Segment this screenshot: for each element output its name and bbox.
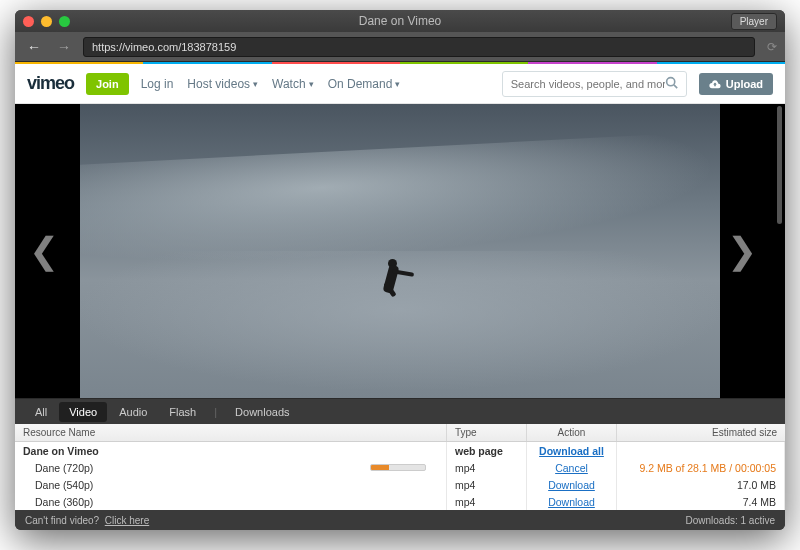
svg-point-0 (666, 77, 674, 85)
forward-button[interactable]: → (53, 39, 75, 55)
nav-link-log-in[interactable]: Log in (141, 77, 174, 91)
titlebar: Dane on Vimeo Player (15, 10, 785, 32)
tab-all[interactable]: All (25, 402, 57, 422)
group-type: web page (447, 442, 527, 459)
resource-action[interactable]: Download (527, 493, 617, 510)
resource-name: Dane (360p) (15, 493, 447, 510)
player-button[interactable]: Player (731, 13, 777, 30)
search-input[interactable] (511, 78, 665, 90)
scroll-thumb[interactable] (777, 106, 782, 224)
video-area: ❮ ❯ (15, 104, 785, 398)
table-row: Dane (540p)mp4Download17.0 MB (15, 476, 785, 493)
group-size (617, 442, 785, 459)
resource-action[interactable]: Cancel (527, 459, 617, 476)
resource-type: mp4 (447, 476, 527, 493)
resource-size: 17.0 MB (617, 476, 785, 493)
col-header-size[interactable]: Estimated size (617, 424, 785, 441)
footer-downloads: Downloads: 1 active (686, 515, 776, 526)
table-row: Dane (720p)mp4Cancel9.2 MB of 28.1 MB / … (15, 459, 785, 476)
url-bar[interactable]: https://vimeo.com/183878159 (83, 37, 755, 57)
browser-toolbar: ← → https://vimeo.com/183878159 ⟳ (15, 32, 785, 62)
chevron-down-icon: ▾ (309, 79, 314, 89)
scrollbar (776, 104, 783, 398)
table-group-row: Dane on Vimeo web page Download all (15, 442, 785, 459)
tab-separator: | (214, 406, 217, 418)
tab-video[interactable]: Video (59, 402, 107, 422)
progress-bar (370, 464, 426, 471)
tab-audio[interactable]: Audio (109, 402, 157, 422)
zoom-icon[interactable] (59, 16, 70, 27)
col-header-name[interactable]: Resource Name (15, 424, 447, 441)
resource-tabs: AllVideoAudioFlash | Downloads (15, 398, 785, 424)
reload-button[interactable]: ⟳ (767, 40, 777, 54)
resource-size: 7.4 MB (617, 493, 785, 510)
cloud-upload-icon (709, 78, 721, 90)
site-header: vimeo Join Log inHost videos▾Watch▾On De… (15, 64, 785, 104)
resource-size: 9.2 MB of 28.1 MB / 00:00:05 (617, 459, 785, 476)
resource-name: Dane (720p) (15, 459, 447, 476)
resource-name: Dane (540p) (15, 476, 447, 493)
resource-type: mp4 (447, 459, 527, 476)
prev-video-button[interactable]: ❮ (21, 230, 67, 272)
next-video-button[interactable]: ❯ (719, 230, 765, 272)
tab-flash[interactable]: Flash (159, 402, 206, 422)
app-window: Dane on Vimeo Player ← → https://vimeo.c… (15, 10, 785, 530)
search-icon[interactable] (665, 76, 678, 92)
click-here-link[interactable]: Click here (105, 515, 149, 526)
tab-downloads[interactable]: Downloads (225, 402, 299, 422)
resource-action[interactable]: Download (527, 476, 617, 493)
nav-link-on-demand[interactable]: On Demand▾ (328, 77, 401, 91)
traffic-lights (23, 16, 70, 27)
video-player[interactable] (80, 104, 720, 398)
upload-label: Upload (726, 78, 763, 90)
footer-left: Can't find video? Click here (25, 515, 149, 526)
table-header: Resource Name Type Action Estimated size (15, 424, 785, 442)
chevron-down-icon: ▾ (395, 79, 400, 89)
close-icon[interactable] (23, 16, 34, 27)
table-row: Dane (360p)mp4Download7.4 MB (15, 493, 785, 510)
nav-link-host-videos[interactable]: Host videos▾ (187, 77, 258, 91)
group-title: Dane on Vimeo (15, 442, 447, 459)
svg-line-1 (674, 84, 677, 87)
nav-link-watch[interactable]: Watch▾ (272, 77, 314, 91)
minimize-icon[interactable] (41, 16, 52, 27)
nav-links: Log inHost videos▾Watch▾On Demand▾ (141, 77, 401, 91)
download-all-link[interactable]: Download all (527, 442, 617, 459)
resource-table: Resource Name Type Action Estimated size… (15, 424, 785, 510)
surfer-graphic (374, 257, 414, 317)
status-footer: Can't find video? Click here Downloads: … (15, 510, 785, 530)
back-button[interactable]: ← (23, 39, 45, 55)
chevron-down-icon: ▾ (253, 79, 258, 89)
resource-type: mp4 (447, 493, 527, 510)
upload-button[interactable]: Upload (699, 73, 773, 95)
vimeo-logo[interactable]: vimeo (27, 73, 74, 94)
url-text: https://vimeo.com/183878159 (92, 41, 236, 53)
join-button[interactable]: Join (86, 73, 129, 95)
col-header-type[interactable]: Type (447, 424, 527, 441)
col-header-action[interactable]: Action (527, 424, 617, 441)
window-title: Dane on Vimeo (15, 14, 785, 28)
search-box[interactable] (502, 71, 687, 97)
